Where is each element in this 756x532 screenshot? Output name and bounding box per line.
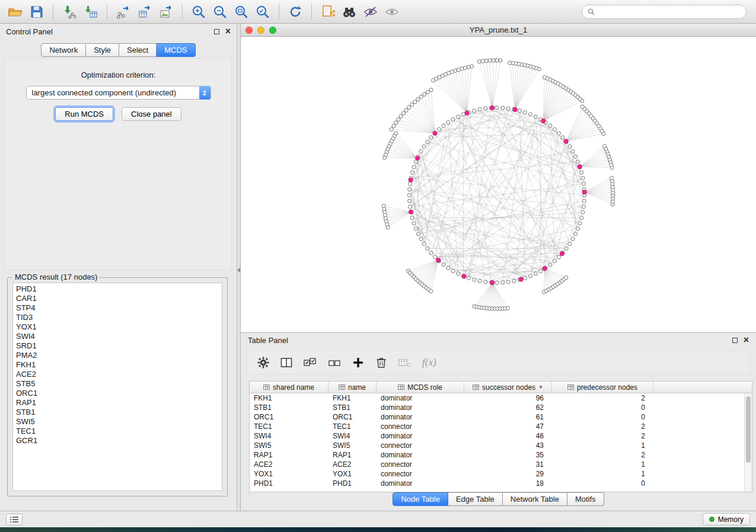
tab-edge-table[interactable]: Edge Table xyxy=(448,492,503,506)
table-row[interactable]: FKH1FKH1dominator962 xyxy=(250,393,744,403)
open-file-button[interactable] xyxy=(5,2,26,22)
window-zoom-button[interactable] xyxy=(269,27,276,34)
table-row[interactable]: RAP1RAP1dominator352 xyxy=(250,450,744,460)
memory-button[interactable]: Memory xyxy=(703,513,750,525)
scrollbar-thumb[interactable] xyxy=(746,396,751,463)
panel-splitter[interactable] xyxy=(237,24,241,511)
table-scrollbar[interactable] xyxy=(744,393,752,492)
search-input[interactable] xyxy=(598,6,746,18)
function-builder-button[interactable]: f(x) xyxy=(422,357,436,368)
hide-selected-button[interactable] xyxy=(360,2,381,22)
mcds-result-item[interactable]: PMA2 xyxy=(13,351,222,360)
mcds-result-item[interactable]: ACE2 xyxy=(13,370,222,379)
deselect-all-rows-button[interactable] xyxy=(327,356,342,369)
column-settings-button[interactable] xyxy=(257,356,270,369)
sort-arrow-icon[interactable]: ▼ xyxy=(538,384,543,390)
mcds-result-item[interactable]: SRD1 xyxy=(13,341,222,351)
mcds-result-item[interactable]: STP4 xyxy=(13,303,222,313)
table-panel: Table Panel × xyxy=(241,333,756,511)
save-floppy-icon xyxy=(29,4,44,20)
table-cell: PHD1 xyxy=(328,479,377,488)
refresh-button[interactable] xyxy=(285,2,306,22)
close-mcds-panel-button[interactable]: Close panel xyxy=(122,107,181,121)
splitter-collapse-icon[interactable] xyxy=(237,268,240,273)
status-bar: Memory xyxy=(0,511,756,527)
search-objects-button[interactable] xyxy=(339,2,360,22)
mcds-result-item[interactable]: RAP1 xyxy=(13,398,222,408)
tab-network-table[interactable]: Network Table xyxy=(503,492,567,506)
tab-mcds[interactable]: MCDS xyxy=(157,43,195,57)
close-panel-icon[interactable]: × xyxy=(225,27,231,36)
control-panel-title: Control Panel xyxy=(6,27,53,36)
table-cell: connector xyxy=(377,470,464,478)
mcds-result-item[interactable]: PHD1 xyxy=(13,284,222,294)
mcds-result-item[interactable]: STB1 xyxy=(13,408,222,417)
column-header-predecessor-nodes[interactable]: predecessor nodes xyxy=(552,382,653,393)
zoom-fit-button[interactable] xyxy=(231,2,252,22)
table-row[interactable]: STB1STB1dominator620 xyxy=(250,403,744,412)
table-row[interactable]: SWI5SWI5connector431 xyxy=(250,441,744,450)
column-header-shared-name[interactable]: shared name xyxy=(250,382,328,393)
tab-network[interactable]: Network xyxy=(41,43,86,57)
zoom-out-button[interactable] xyxy=(209,2,231,22)
share-document-button[interactable] xyxy=(317,2,339,22)
mcds-result-title: MCDS result (17 nodes) xyxy=(12,273,100,281)
table-cell: ORC1 xyxy=(250,413,328,421)
select-all-rows-button[interactable] xyxy=(303,356,317,369)
close-table-panel-icon[interactable]: × xyxy=(744,335,749,345)
mcds-result-item[interactable]: GCR1 xyxy=(13,436,222,446)
table-row[interactable]: ACE2ACE2connector311 xyxy=(250,460,744,469)
table-row[interactable]: TEC1TEC1connector472 xyxy=(250,422,744,431)
mcds-result-item[interactable]: CAR1 xyxy=(13,294,222,303)
mcds-result-item[interactable]: ORC1 xyxy=(13,389,222,398)
mcds-result-item[interactable]: YOX1 xyxy=(13,322,222,332)
zoom-selected-button[interactable] xyxy=(252,2,273,22)
table-row[interactable]: PHD1PHD1dominator180 xyxy=(250,479,744,488)
mcds-result-item[interactable]: FKH1 xyxy=(13,360,222,370)
create-column-button[interactable] xyxy=(352,356,365,369)
tab-node-table[interactable]: Node Table xyxy=(393,492,448,506)
tab-select[interactable]: Select xyxy=(119,43,157,57)
save-button[interactable] xyxy=(26,2,47,22)
column-header-MCDS-role[interactable]: MCDS role xyxy=(377,382,464,393)
float-table-panel-icon[interactable] xyxy=(732,338,738,343)
import-table-button[interactable] xyxy=(80,2,101,22)
export-table-button[interactable] xyxy=(134,2,155,22)
table-row[interactable]: YOX1YOX1connector291 xyxy=(250,469,744,479)
mcds-result-item[interactable]: TID3 xyxy=(13,313,222,322)
mcds-result-item[interactable]: SWI5 xyxy=(13,417,222,427)
column-header-name[interactable]: name xyxy=(328,382,377,393)
import-network-button[interactable] xyxy=(59,2,80,22)
tab-style[interactable]: Style xyxy=(86,43,119,57)
window-minimize-button[interactable] xyxy=(257,27,264,34)
table-toolbar: f(x) xyxy=(247,351,750,374)
export-network-button[interactable] xyxy=(113,2,134,22)
unchecked-boxes-icon xyxy=(327,356,342,369)
zoom-in-button[interactable] xyxy=(188,2,209,22)
export-image-button[interactable] xyxy=(155,2,177,22)
table-tabs: Node TableEdge TableNetwork TableMotifs xyxy=(241,492,756,506)
table-row[interactable]: SWI4SWI4dominator462 xyxy=(250,431,744,441)
node-table: shared namenameMCDS rolesuccessor nodes▼… xyxy=(249,381,752,492)
split-view-button[interactable] xyxy=(280,356,293,369)
column-header-successor-nodes[interactable]: successor nodes▼ xyxy=(464,382,552,393)
float-panel-icon[interactable] xyxy=(214,29,219,34)
mcds-result-item[interactable]: STB5 xyxy=(13,379,222,389)
criterion-select[interactable]: largest connected component (undirected) xyxy=(26,86,211,100)
binoculars-icon xyxy=(342,4,357,20)
delete-column-button[interactable] xyxy=(375,356,388,369)
table-row[interactable]: ORC1ORC1dominator610 xyxy=(250,412,744,422)
show-all-button[interactable] xyxy=(381,2,403,22)
tab-motifs[interactable]: Motifs xyxy=(567,492,604,506)
mcds-result-list[interactable]: PHD1CAR1STP4TID3YOX1SWI4SRD1PMA2FKH1ACE2… xyxy=(12,283,222,491)
eye-icon xyxy=(384,4,400,20)
task-history-button[interactable] xyxy=(6,514,23,525)
search-field[interactable] xyxy=(582,5,747,19)
window-close-button[interactable] xyxy=(245,27,253,34)
network-canvas[interactable] xyxy=(241,37,756,332)
mcds-result-item[interactable]: TEC1 xyxy=(13,427,222,436)
mcds-result-item[interactable]: SWI4 xyxy=(13,332,222,341)
table-cell: 1 xyxy=(552,460,653,469)
run-mcds-button[interactable]: Run MCDS xyxy=(55,107,113,121)
clear-table-button[interactable] xyxy=(398,356,412,369)
